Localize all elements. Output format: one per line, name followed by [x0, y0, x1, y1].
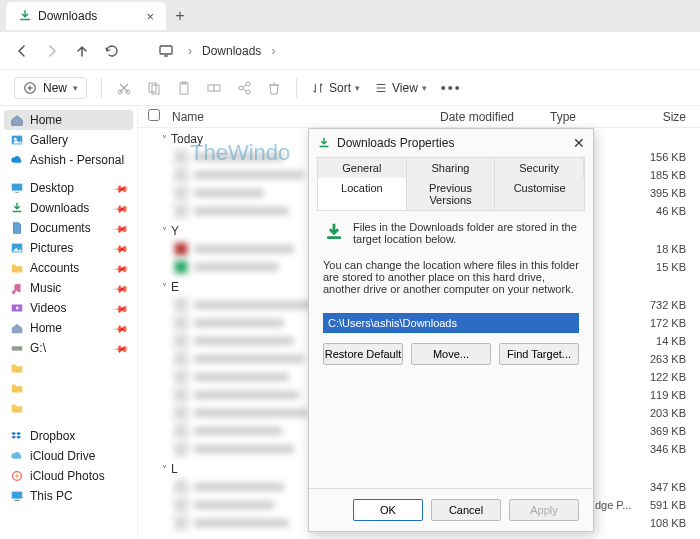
chevron-down-icon: ▾ [355, 83, 360, 93]
svg-rect-6 [180, 83, 188, 94]
sidebar-item-iclouddrive[interactable]: iCloud Drive [4, 446, 133, 466]
pictures-icon [10, 241, 24, 255]
restore-default-button[interactable]: Restore Default [323, 343, 403, 365]
monitor-icon[interactable] [158, 43, 174, 59]
sidebar-item-label: Desktop [30, 181, 74, 195]
downloads-icon [323, 221, 345, 243]
file-size: 119 KB [650, 389, 700, 401]
tab-location[interactable]: Location [318, 178, 407, 210]
cut-icon[interactable] [116, 80, 132, 96]
window-tab[interactable]: Downloads × [6, 2, 166, 30]
sidebar-item-documents[interactable]: Documents📌 [4, 218, 133, 238]
sidebar-item-thispc[interactable]: This PC [4, 486, 133, 506]
home-icon [10, 321, 24, 335]
pin-icon: 📌 [113, 260, 129, 276]
sidebar-item-label: Videos [30, 301, 66, 315]
column-date[interactable]: Date modified [440, 110, 550, 124]
sidebar-item-label: Ashish - Personal [30, 153, 124, 167]
sidebar-item-accounts[interactable]: Accounts📌 [4, 258, 133, 278]
sidebar-item-home2[interactable]: Home📌 [4, 318, 133, 338]
sidebar-item-desktop[interactable]: Desktop📌 [4, 178, 133, 198]
column-name[interactable]: Name [172, 110, 440, 124]
cancel-button[interactable]: Cancel [431, 499, 501, 521]
tab-sharing[interactable]: Sharing [407, 158, 496, 178]
thispc-icon [10, 489, 24, 503]
up-button[interactable] [74, 43, 90, 59]
svg-rect-14 [12, 184, 23, 191]
file-size: 46 KB [656, 205, 700, 217]
back-button[interactable] [14, 43, 30, 59]
dialog-close-button[interactable]: ✕ [573, 135, 585, 151]
paste-icon[interactable] [176, 80, 192, 96]
tab-previous[interactable]: Previous Versions [407, 178, 496, 210]
file-size: 263 KB [650, 353, 700, 365]
pin-icon: 📌 [113, 320, 129, 336]
sidebar: Home Gallery Ashish - Personal Desktop📌 … [0, 106, 138, 539]
icloud-photos-icon [10, 469, 24, 483]
drive-icon [10, 341, 24, 355]
copy-icon[interactable] [146, 80, 162, 96]
tab-title: Downloads [38, 9, 97, 23]
file-size: 346 KB [650, 443, 700, 455]
new-tab-button[interactable]: + [166, 7, 194, 25]
gallery-icon [10, 133, 24, 147]
new-button[interactable]: New ▾ [14, 77, 87, 99]
tab-close-icon[interactable]: × [146, 9, 154, 24]
tab-customise[interactable]: Customise [495, 178, 584, 210]
refresh-button[interactable] [104, 43, 120, 59]
downloads-icon [18, 9, 32, 23]
sidebar-item-pictures[interactable]: Pictures📌 [4, 238, 133, 258]
sidebar-item-folder[interactable] [4, 358, 133, 378]
dialog-title: Downloads Properties [337, 136, 454, 150]
column-type[interactable]: Type [550, 110, 640, 124]
sidebar-item-personal[interactable]: Ashish - Personal [4, 150, 133, 170]
delete-icon[interactable] [266, 80, 282, 96]
sidebar-item-gdrive[interactable]: G:\📌 [4, 338, 133, 358]
sidebar-item-dropbox[interactable]: Dropbox [4, 426, 133, 446]
column-size[interactable]: Size [640, 110, 700, 124]
find-target-button[interactable]: Find Target... [499, 343, 579, 365]
share-icon[interactable] [236, 80, 252, 96]
select-all-checkbox[interactable] [148, 109, 160, 121]
rename-icon[interactable] [206, 80, 222, 96]
view-button[interactable]: View ▾ [374, 81, 427, 95]
sidebar-item-label: This PC [30, 489, 73, 503]
file-size: 122 KB [650, 371, 700, 383]
sidebar-item-music[interactable]: Music📌 [4, 278, 133, 298]
dialog-text: Files in the Downloads folder are stored… [353, 221, 579, 245]
sidebar-item-icloudphotos[interactable]: iCloud Photos [4, 466, 133, 486]
breadcrumb-sep-icon: › [188, 44, 192, 58]
file-size: 369 KB [650, 425, 700, 437]
sidebar-item-label: Dropbox [30, 429, 75, 443]
file-size: 15 KB [656, 261, 700, 273]
location-path-input[interactable]: C:\Users\ashis\Downloads [323, 313, 579, 333]
sidebar-item-folder[interactable] [4, 398, 133, 418]
folder-icon [10, 381, 24, 395]
sidebar-item-label: Gallery [30, 133, 68, 147]
breadcrumb-item[interactable]: Downloads [202, 44, 261, 58]
move-button[interactable]: Move... [411, 343, 491, 365]
sidebar-item-folder[interactable] [4, 378, 133, 398]
sidebar-item-gallery[interactable]: Gallery [4, 130, 133, 150]
more-button[interactable]: ••• [441, 80, 462, 96]
tab-security[interactable]: Security [495, 158, 584, 178]
file-size: 591 KB [650, 499, 700, 511]
sidebar-item-label: Home [30, 321, 62, 335]
file-size: 172 KB [650, 317, 700, 329]
sidebar-item-label: Accounts [30, 261, 79, 275]
dialog-text: You can change the location where files … [323, 259, 579, 295]
sidebar-item-home[interactable]: Home [4, 110, 133, 130]
svg-point-11 [246, 90, 250, 94]
sidebar-item-label: Music [30, 281, 61, 295]
forward-button[interactable] [44, 43, 60, 59]
apply-button[interactable]: Apply [509, 499, 579, 521]
ok-button[interactable]: OK [353, 499, 423, 521]
file-size: 203 KB [650, 407, 700, 419]
sort-button[interactable]: Sort ▾ [311, 81, 360, 95]
file-size: 347 KB [650, 481, 700, 493]
sidebar-item-videos[interactable]: Videos📌 [4, 298, 133, 318]
tab-general[interactable]: General [318, 158, 407, 178]
sidebar-item-downloads[interactable]: Downloads📌 [4, 198, 133, 218]
chevron-down-icon: ▾ [422, 83, 427, 93]
file-size: 156 KB [650, 151, 700, 163]
